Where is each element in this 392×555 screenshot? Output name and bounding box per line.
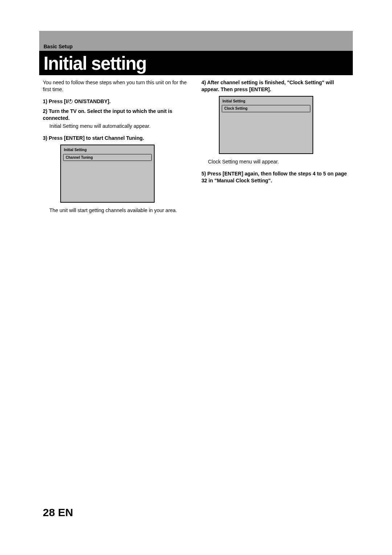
step1-text-post: ON/STANDBY]. bbox=[73, 98, 111, 104]
page-number: 28 bbox=[43, 506, 55, 518]
step-5: 5) Press [ENTER] again, then follow the … bbox=[201, 170, 349, 184]
step-4: 4) After channel setting is finished, "C… bbox=[201, 79, 349, 93]
step-2: 2) Turn the TV on. Select the input to w… bbox=[43, 108, 191, 122]
header-gray-band bbox=[39, 31, 353, 51]
manual-page: Basic Setup Initial setting You need to … bbox=[0, 0, 392, 555]
intro-text: You need to follow these steps when you … bbox=[43, 79, 191, 93]
menu-box-channel-tuning: Initial Setting Channel Tuning bbox=[60, 145, 155, 203]
power-icon bbox=[69, 100, 73, 104]
menu-left-item: Channel Tuning bbox=[63, 154, 152, 161]
step1-text-pre: 1) Press [I/ bbox=[43, 98, 69, 104]
menu-left-title: Initial Setting bbox=[64, 147, 152, 153]
menu-right-title: Initial Setting bbox=[222, 99, 310, 104]
title-band: Initial setting bbox=[39, 51, 353, 75]
left-column: You need to follow these steps when you … bbox=[43, 79, 191, 219]
step-3: 3) Press [ENTER] to start Channel Tuning… bbox=[43, 135, 191, 142]
content-columns: You need to follow these steps when you … bbox=[43, 79, 349, 219]
step-2-note: Initial Setting menu will automatically … bbox=[49, 123, 191, 130]
page-title: Initial setting bbox=[44, 52, 146, 74]
page-lang: EN bbox=[58, 506, 73, 518]
step-3-note: The unit will start getting channels ava… bbox=[49, 207, 191, 214]
menu-box-clock-setting: Initial Setting Clock Setting bbox=[219, 96, 313, 154]
right-column: 4) After channel setting is finished, "C… bbox=[201, 79, 349, 219]
page-footer: 28 EN bbox=[43, 506, 73, 519]
menu-right-item: Clock Setting bbox=[222, 105, 310, 112]
step-1: 1) Press [I/ ON/STANDBY]. bbox=[43, 98, 191, 105]
step-4-note: Clock Setting menu will appear. bbox=[208, 158, 349, 165]
section-label: Basic Setup bbox=[44, 44, 73, 49]
